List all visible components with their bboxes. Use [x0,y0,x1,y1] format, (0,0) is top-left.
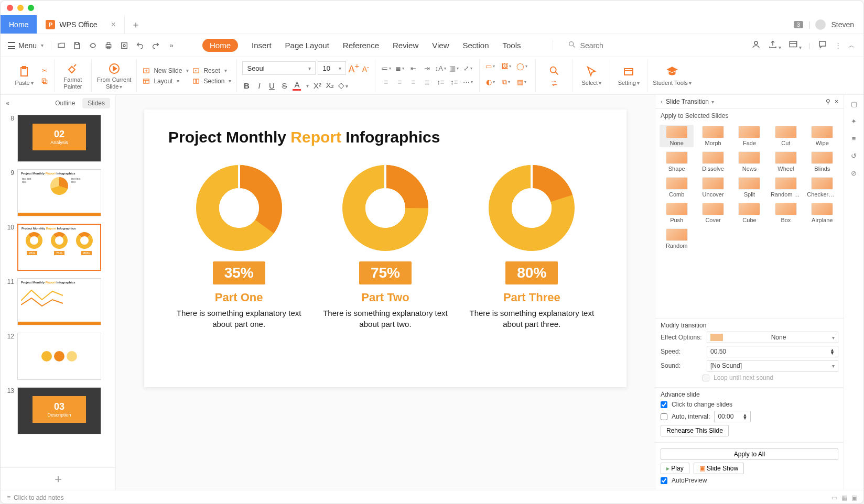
ribbon-tab-page-layout[interactable]: Page Layout [285,41,329,50]
slide-thumb[interactable] [17,333,101,380]
close-icon[interactable]: × [111,20,115,29]
decrease-font-icon[interactable]: A- [361,63,370,73]
help-icon[interactable]: ⊘ [851,169,857,177]
transition-random[interactable]: Random [660,227,694,250]
transition-comb[interactable]: Comb [660,176,694,199]
auto-interval-field[interactable]: 00:00▲▼ [714,411,751,422]
line-spacing2-icon[interactable]: ↕≡ [449,77,459,87]
sliders-icon[interactable]: ≡ [852,135,856,143]
columns-icon[interactable]: ▥▾ [449,63,459,74]
normal-view-icon[interactable]: ▭ [831,494,837,501]
new-slide-button[interactable]: New Slide▾ [142,67,189,75]
close-icon[interactable]: × [835,98,838,105]
history-icon[interactable]: ↺ [851,152,857,160]
reset-button[interactable]: Reset▾ [192,67,231,75]
ribbon-tab-view[interactable]: View [432,41,449,50]
comments-icon[interactable] [818,40,827,51]
print-preview-icon[interactable] [120,41,129,50]
increase-font-icon[interactable]: A+ [348,61,359,75]
superscript-button[interactable]: X² [313,81,321,90]
slide-thumb[interactable]: 02Analysis [17,115,101,162]
ribbon-tab-section[interactable]: Section [462,41,489,50]
reading-view-icon[interactable]: ▣ [851,494,857,501]
speed-field[interactable]: 00.50▲▼ [707,346,838,357]
transition-dissolve[interactable]: Dissolve [696,150,730,173]
window-minimize-icon[interactable] [17,5,24,11]
undo-icon[interactable] [135,41,145,50]
picture-icon[interactable]: 🖼▾ [501,61,511,72]
collapse-ribbon-icon[interactable]: ︿ [848,41,855,50]
transition-blinds[interactable]: Blinds [805,150,839,173]
transition-fade[interactable]: Fade [732,125,766,147]
paste-button[interactable]: Paste▾ [11,65,37,86]
loop-checkbox[interactable] [703,375,709,381]
window-maximize-icon[interactable] [28,5,34,11]
click-advance-checkbox[interactable] [661,401,667,408]
cut-button[interactable]: ✂ [40,67,49,75]
layout-button[interactable]: Layout▾ [142,77,189,85]
from-current-slide-button[interactable]: From Current Slide▾ [97,62,131,89]
find-replace-button[interactable] [541,64,567,88]
underline-button[interactable]: U [267,81,276,90]
transition-news[interactable]: News [732,150,766,173]
slide-thumb[interactable]: Project Monthly Report Infographicstext … [17,169,101,216]
chevron-left-icon[interactable]: ‹ [661,98,663,105]
transition-uncover[interactable]: Uncover [696,176,730,199]
current-slide[interactable]: Project Monthly Report Infographics 35%P… [144,109,627,387]
justify-icon[interactable]: ≣ [422,77,432,87]
collapse-left-icon[interactable]: « [6,100,9,107]
strikethrough-button[interactable]: S [280,81,288,90]
font-size-select[interactable]: 10▾ [318,61,346,75]
add-slide-button[interactable]: ＋ [1,467,115,490]
slides-tab[interactable]: Slides [82,98,110,108]
transition-cover[interactable]: Cover [696,202,730,224]
more-icon[interactable]: » [167,41,176,50]
notes-area[interactable]: ≡ Click to add notes [7,494,63,501]
font-name-select[interactable]: Seoui▾ [242,61,316,75]
export-icon[interactable]: ▾ [768,40,781,51]
pin-icon[interactable]: ⚲ [826,98,830,105]
outline-tab[interactable]: Outline [50,98,80,108]
kebab-icon[interactable]: ⋮ [835,41,841,49]
transition-split[interactable]: Split [732,176,766,199]
slide-thumb[interactable]: Project Monthly Report Infographics35%75… [17,224,101,271]
select-button[interactable]: Select▾ [578,65,604,86]
text-box-icon[interactable]: ▭▾ [485,61,495,72]
copy-button[interactable] [40,77,49,85]
numbering-icon[interactable]: ≣▾ [394,63,405,74]
ribbon-tab-home[interactable]: Home [202,39,238,52]
bold-button[interactable]: B [242,81,251,90]
layout-mode-icon[interactable]: ▾ [789,40,802,51]
tab-document[interactable]: P WPS Office × [37,15,124,34]
slide-thumb[interactable]: 03Description [17,387,101,434]
notification-badge[interactable]: 3 [794,21,803,28]
auto-advance-checkbox[interactable] [661,413,667,420]
transition-none[interactable]: None [660,125,694,147]
student-tools-button[interactable]: Student Tools▾ [653,65,691,86]
open-icon[interactable] [57,41,66,50]
rehearse-button[interactable]: Rehearse This Slide [661,425,729,436]
bullets-icon[interactable]: ≔▾ [381,63,391,74]
increase-indent-icon[interactable]: ⇥ [422,63,432,74]
transition-wheel[interactable]: Wheel [769,150,803,173]
quick-styles-icon[interactable]: ▦▾ [516,77,527,87]
subscript-button[interactable]: X₂ [326,81,334,90]
transition-morph[interactable]: Morph [696,125,730,147]
italic-button[interactable]: I [255,81,263,90]
decrease-indent-icon[interactable]: ⇤ [408,63,418,74]
font-color-button[interactable]: A [293,80,301,91]
section-button[interactable]: Section▾ [192,77,231,85]
menu-button[interactable]: Menu ▾ [1,41,51,50]
vertical-align-icon[interactable]: ⤢▾ [462,63,473,74]
ribbon-tab-insert[interactable]: Insert [252,41,272,50]
setting-button[interactable]: Setting▾ [615,65,642,86]
slide-thumb[interactable]: Project Monthly Report Infographics [17,278,101,325]
new-tab-button[interactable]: ＋ [125,15,147,34]
transition-checkerbo[interactable]: Checkerbo... [805,176,839,199]
line-spacing-icon[interactable]: ↕≡ [435,77,446,87]
slide-canvas[interactable]: Project Monthly Report Infographics 35%P… [116,95,655,490]
arrange-icon[interactable]: ⧉▾ [501,77,511,87]
ribbon-tab-tools[interactable]: Tools [503,41,521,50]
play-button[interactable]: ▸ Play [661,463,689,474]
slideshow-button[interactable]: ▣ Slide Show [694,463,744,474]
